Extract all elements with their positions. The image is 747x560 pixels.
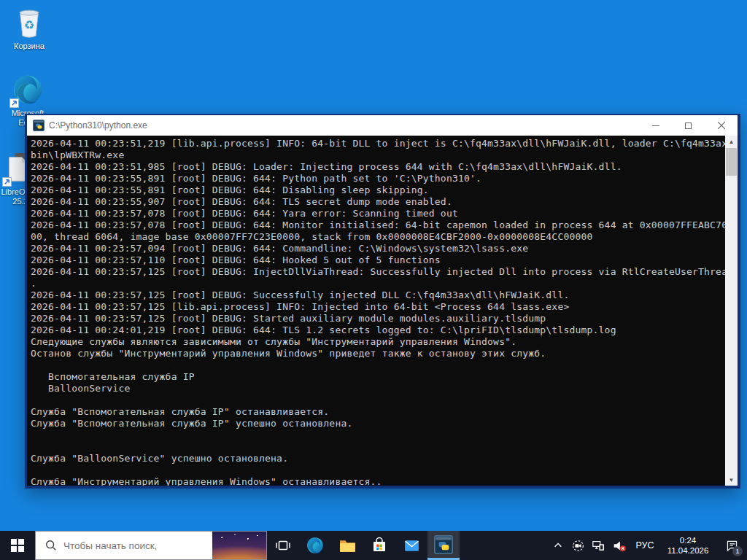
console-line: 2026-04-11 00:23:57,125 [root] DEBUG: Su… <box>31 289 725 301</box>
tray-clock[interactable]: 0:24 11.04.2026 <box>659 531 716 560</box>
close-button[interactable] <box>705 115 738 136</box>
clock-date: 11.04.2026 <box>667 545 709 556</box>
console-line: BalloonService <box>31 383 725 394</box>
recycle-bin-icon: ♻ <box>12 6 46 39</box>
console-line: 00, thread 6064, image base 0x00007FF7C2… <box>31 231 725 243</box>
console-line: Служба "Инструментарий управления Window… <box>31 476 725 486</box>
console-line: 2026-04-11 00:23:57,094 [root] DEBUG: 64… <box>31 243 725 254</box>
console-line: 2026-04-11 00:23:57,125 [lib.api.process… <box>31 301 725 313</box>
console-line: 2026-04-11 00:23:51,985 [root] DEBUG: Lo… <box>31 161 725 173</box>
notification-center-button[interactable]: 1 <box>716 531 747 560</box>
desktop-icon-label: Корзина <box>6 42 53 51</box>
scroll-down-icon[interactable]: ▼ <box>725 474 738 486</box>
search-icon <box>44 539 58 552</box>
window-titlebar[interactable]: C:\Python310\python.exe <box>27 115 738 136</box>
meet-now-camera-icon <box>572 540 584 552</box>
search-daily-image[interactable] <box>212 532 266 559</box>
taskbar-edge-button[interactable] <box>299 531 331 560</box>
console-line: Служба "Вспомогательная служба IP" успеш… <box>31 418 725 429</box>
windows-logo-icon <box>11 539 24 552</box>
search-input[interactable] <box>63 540 212 551</box>
language-label: РУС <box>635 540 654 551</box>
edge-icon <box>11 73 44 106</box>
taskbar: РУС 0:24 11.04.2026 1 <box>0 531 747 560</box>
network-icon <box>592 539 605 552</box>
task-view-icon <box>274 537 292 554</box>
console-line: Останов службы "Инструментарий управлени… <box>31 348 725 359</box>
tray-language-indicator[interactable]: РУС <box>630 531 659 560</box>
python-console-icon <box>434 535 453 554</box>
console-line <box>31 429 725 441</box>
console-line: 2026-04-11 00:24:01,219 [root] DEBUG: 64… <box>31 324 725 336</box>
clock-time: 0:24 <box>680 535 696 545</box>
console-line: bin\lpWBXTRw.exe <box>31 149 725 161</box>
console-line: Вспомогательная служба IP <box>31 371 725 383</box>
chevron-up-icon <box>553 540 563 551</box>
console-line: 2026-04-11 00:23:55,891 [root] DEBUG: 64… <box>31 173 725 184</box>
edge-icon <box>306 536 325 555</box>
console-line <box>31 359 725 371</box>
maximize-icon <box>685 122 692 129</box>
tray-show-hidden-icons-button[interactable] <box>549 531 568 560</box>
console-line: 2026-04-11 00:23:57,125 [root] DEBUG: St… <box>31 313 725 324</box>
shortcut-arrow-icon <box>2 177 12 187</box>
svg-text:♻: ♻ <box>24 18 35 32</box>
task-view-button[interactable] <box>267 531 299 560</box>
taskbar-mail-button[interactable] <box>395 531 427 560</box>
console-line: Служба "BalloonService" успешно остановл… <box>31 453 725 464</box>
desktop-icon-recycle-bin[interactable]: ♻ Корзина <box>6 6 53 51</box>
notification-badge: 1 <box>732 546 743 556</box>
console-line <box>31 441 725 453</box>
python-console-icon <box>33 120 44 131</box>
console-line: . <box>31 278 725 289</box>
scroll-up-icon[interactable]: ▲ <box>725 136 738 147</box>
console-line <box>31 394 725 406</box>
taskbar-search[interactable] <box>35 531 267 560</box>
console-line <box>31 464 725 476</box>
minimize-button[interactable] <box>639 115 672 136</box>
window-title: C:\Python310\python.exe <box>49 120 639 131</box>
console-line: 2026-04-11 00:23:57,125 [root] DEBUG: In… <box>31 266 725 278</box>
minimize-icon <box>652 125 659 126</box>
console-line: 2026-04-11 00:23:51,219 [lib.api.process… <box>31 138 725 149</box>
shortcut-arrow-icon <box>9 98 19 108</box>
maximize-button[interactable] <box>672 115 705 136</box>
close-icon <box>718 122 725 129</box>
start-button[interactable] <box>0 531 35 560</box>
scrollbar[interactable]: ▲ ▼ <box>725 136 738 486</box>
microsoft-store-icon <box>371 537 388 554</box>
scrollbar-thumb[interactable] <box>726 148 737 176</box>
taskbar-python-console-button[interactable] <box>427 531 460 560</box>
console-line: 2026-04-11 00:23:57,110 [root] DEBUG: 64… <box>31 254 725 266</box>
console-line: Служба "Вспомогательная служба IP" остан… <box>31 406 725 418</box>
console-output: 2026-04-11 00:23:51,219 [lib.api.process… <box>27 136 725 486</box>
console-line: 2026-04-11 00:23:55,891 [root] DEBUG: 64… <box>31 184 725 196</box>
tray-network-button[interactable] <box>588 531 608 560</box>
volume-muted-icon <box>612 539 627 553</box>
tray-meet-now-button[interactable] <box>568 531 588 560</box>
file-explorer-icon <box>338 537 357 555</box>
tray-volume-muted-button[interactable] <box>608 531 630 560</box>
console-line: Следующие службы являются зависимыми от … <box>31 336 725 348</box>
console-line: 2026-04-11 00:23:57,078 [root] DEBUG: 64… <box>31 208 725 219</box>
console-line: 2026-04-11 00:23:55,907 [root] DEBUG: 64… <box>31 196 725 208</box>
console-window: C:\Python310\python.exe 2026-04-11 00:23… <box>25 114 740 489</box>
taskbar-store-button[interactable] <box>363 531 395 560</box>
console-line: 2026-04-11 00:23:57,078 [root] DEBUG: 64… <box>31 219 725 231</box>
taskbar-file-explorer-button[interactable] <box>331 531 363 560</box>
mail-icon <box>403 537 421 555</box>
